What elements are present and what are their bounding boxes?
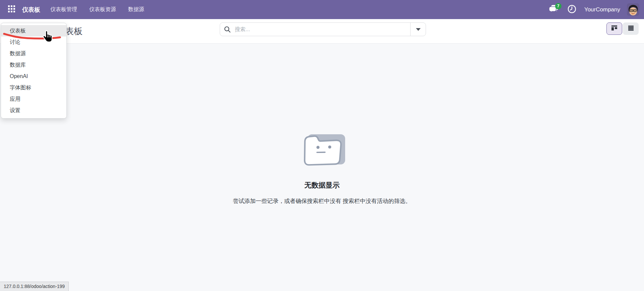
search-input[interactable] bbox=[235, 23, 410, 36]
app-menu: 仪表板管理 仪表板资源 数据源 bbox=[50, 6, 144, 13]
messages-button[interactable]: 7 bbox=[548, 4, 560, 16]
user-avatar[interactable] bbox=[627, 3, 639, 16]
search-icon bbox=[220, 26, 235, 33]
dropdown-item-apps[interactable]: 应用 bbox=[1, 93, 66, 105]
empty-folder-icon bbox=[0, 132, 644, 168]
empty-state-title: 无数据显示 bbox=[0, 180, 644, 190]
main-content: 无数据显示 尝试添加一些记录，或者确保搜索栏中没有 搜索栏中没有活动的筛选。 bbox=[0, 44, 644, 291]
status-link-preview: 127.0.0.1:88/odoo/action-199 bbox=[0, 282, 69, 291]
apps-grid-icon bbox=[8, 5, 15, 14]
dropdown-item-dashboard[interactable]: 仪表板 bbox=[1, 25, 66, 37]
kanban-view-icon bbox=[611, 25, 618, 32]
list-view-icon bbox=[628, 25, 634, 32]
activities-button[interactable] bbox=[567, 5, 577, 15]
company-switcher[interactable]: YourCompany bbox=[584, 6, 620, 13]
navbar-right: 7 YourCompany bbox=[548, 3, 639, 16]
search-bar bbox=[220, 22, 426, 36]
dropdown-item-discuss[interactable]: 讨论 bbox=[1, 37, 66, 48]
clock-icon bbox=[568, 5, 576, 15]
search-options-toggle[interactable] bbox=[410, 23, 426, 36]
nav-item-dashboard-resources[interactable]: 仪表板资源 bbox=[89, 6, 116, 13]
nav-item-data-sources[interactable]: 数据源 bbox=[128, 6, 144, 13]
dropdown-item-openai[interactable]: OpenAI bbox=[1, 71, 66, 82]
current-app-name[interactable]: 仪表板 bbox=[22, 6, 40, 14]
apps-dropdown-menu: 仪表板 讨论 数据源 数据库 OpenAI 字体图标 应用 设置 bbox=[1, 23, 67, 119]
empty-state-subtitle: 尝试添加一些记录，或者确保搜索栏中没有 搜索栏中没有活动的筛选。 bbox=[0, 197, 644, 205]
kanban-view-button[interactable] bbox=[606, 22, 622, 35]
apps-menu-toggle[interactable] bbox=[5, 3, 18, 16]
dropdown-item-data-source[interactable]: 数据源 bbox=[1, 48, 66, 59]
top-navbar: 仪表板 仪表板管理 仪表板资源 数据源 7 bbox=[0, 0, 644, 19]
chevron-down-icon bbox=[416, 28, 421, 31]
dropdown-item-settings[interactable]: 设置 bbox=[1, 105, 66, 116]
messages-count-badge: 7 bbox=[555, 3, 561, 9]
view-switcher bbox=[606, 22, 639, 35]
dropdown-item-database[interactable]: 数据库 bbox=[1, 59, 66, 71]
app-window: 仪表板 仪表板管理 仪表板资源 数据源 7 bbox=[0, 0, 644, 291]
empty-state: 无数据显示 尝试添加一些记录，或者确保搜索栏中没有 搜索栏中没有活动的筛选。 bbox=[0, 44, 644, 205]
nav-item-dashboard-management[interactable]: 仪表板管理 bbox=[50, 6, 77, 13]
dropdown-item-font-icons[interactable]: 字体图标 bbox=[1, 82, 66, 93]
list-view-button[interactable] bbox=[623, 22, 639, 35]
